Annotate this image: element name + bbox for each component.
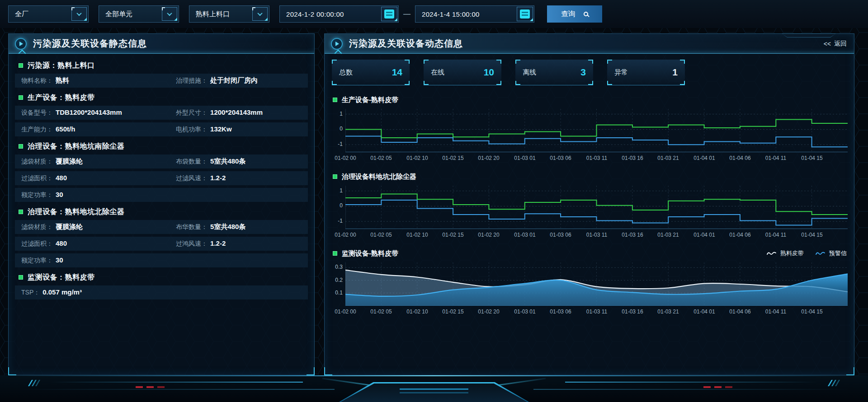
x-axis-tick-label: 01-02 10 [406, 232, 428, 238]
kv-label: 布袋数量： [176, 158, 208, 166]
kv-value: 1200*204143mm [210, 108, 263, 116]
filter-select-2[interactable]: 全部单元 [99, 5, 179, 23]
wave-line-icon [767, 251, 777, 256]
kv-cell: 生产能力：650t/h [21, 125, 176, 134]
stat-box-异常: 异常1 [607, 60, 685, 85]
stat-value: 10 [484, 67, 494, 78]
x-axis-tick-label: 01-02 15 [442, 309, 463, 315]
green-square-bullet [19, 210, 23, 214]
kv-label: 过滤面积： [21, 240, 53, 248]
stat-label: 异常 [614, 68, 628, 77]
y-axis-tick-label: 0 [332, 202, 343, 209]
x-axis-tick-label: 01-03 21 [657, 309, 679, 315]
filter-select-1[interactable]: 全厂 [8, 5, 89, 23]
back-button-label: 返回 [834, 40, 847, 48]
corner-bracket [607, 60, 612, 64]
green-square-bullet [19, 144, 23, 149]
kv-value: 处于封闭厂房内 [210, 76, 258, 85]
x-axis-labels: 01-02 0001-02 0501-02 1001-02 1501-02 20… [332, 231, 847, 239]
chevron-down-button[interactable] [252, 7, 268, 21]
query-button[interactable]: 查询 [547, 5, 602, 23]
section-heading: 治理设备：熟料地坑南除尘器 [19, 140, 308, 152]
kv-label: 布华数量： [176, 223, 208, 231]
calendar-icon [520, 9, 530, 19]
kv-cell: 过滤面积：480 [21, 239, 176, 248]
kv-label: 额定功率： [21, 257, 53, 265]
x-axis-tick-label: 01-02 00 [335, 232, 356, 238]
section-heading-label: 污染源：熟料上料口 [28, 61, 95, 70]
back-button[interactable]: << 返回 [824, 34, 847, 54]
chevron-down-button[interactable] [71, 7, 87, 21]
y-axis-tick-label: -1 [332, 141, 343, 147]
x-axis-tick-label: 01-02 20 [478, 232, 499, 238]
chart-canvas [345, 186, 848, 229]
kv-value: 覆膜涤纶 [56, 223, 83, 231]
stat-value: 1 [672, 67, 678, 78]
kv-label: 过滤风速： [176, 174, 208, 182]
chart-plot: 10-1 [332, 109, 847, 152]
section-heading-label: 监测设备：熟料皮带 [28, 273, 95, 282]
chart-canvas [345, 109, 848, 152]
search-icon [584, 12, 588, 16]
green-square-bullet [19, 63, 23, 68]
legend-item-预警信[interactable]: 预警信 [816, 249, 847, 257]
filter-select-group: 全厂全部单元熟料上料口 [8, 5, 279, 23]
y-axis-tick-label: 0.3 [332, 264, 343, 270]
charts-area: 生产设备-熟料皮带10-101-02 0001-02 0501-02 1001-… [325, 95, 854, 316]
section-heading: 生产设备：熟料皮带 [19, 92, 308, 103]
corner-bracket [515, 81, 520, 85]
filter-select-3[interactable]: 熟料上料口 [189, 5, 269, 23]
corner-bracket [496, 81, 501, 85]
corner-bracket [588, 81, 593, 85]
start-datetime-field[interactable]: 2024-1-2 00:00:00 [279, 5, 399, 23]
start-datetime-value[interactable]: 2024-1-2 00:00:00 [280, 10, 381, 18]
section-heading-label: 治理设备：熟料地坑北除尘器 [28, 207, 125, 217]
static-info-rows: 污染源：熟料上料口物料名称：熟料治理措施：处于封闭厂房内生产设备：熟料皮带设备型… [9, 54, 314, 299]
kv-label: 滤袋材质： [21, 223, 53, 231]
kv-label: 额定功率： [21, 191, 53, 199]
filter-select-value: 全部单元 [99, 10, 162, 19]
legend-item-熟料皮带[interactable]: 熟料皮带 [767, 249, 804, 257]
x-axis-tick-label: 01-03 06 [550, 155, 571, 161]
kv-label: 滤袋材质： [21, 158, 53, 166]
kv-cell: TSP：0.057 mg/m³ [21, 288, 302, 297]
corner-bracket [588, 60, 593, 64]
corner-bracket [680, 81, 685, 85]
x-axis-tick-label: 01-04 01 [693, 155, 715, 161]
x-axis-tick-label: 01-03 16 [622, 232, 643, 238]
x-axis-tick-label: 01-03 01 [514, 309, 535, 315]
play-circle-icon [331, 38, 343, 50]
table-row: 额定功率：30 [15, 253, 308, 267]
x-axis-labels: 01-02 0001-02 0501-02 1001-02 1501-02 20… [332, 308, 847, 316]
end-calendar-button[interactable] [517, 7, 533, 21]
y-axis-tick-label: -1 [332, 218, 343, 224]
kv-cell: 布华数量：5室共480条 [176, 223, 302, 231]
date-range-separator: — [403, 10, 410, 18]
kv-value: 30 [56, 191, 63, 198]
x-axis-tick-label: 01-03 21 [657, 155, 679, 161]
chart-plot: 0.30.20.1 [332, 262, 847, 306]
y-axis-tick-label: 1 [332, 187, 343, 194]
kv-cell: 过滤风速：1.2-2 [176, 174, 302, 182]
chart-title-row: 生产设备-熟料皮带 [333, 95, 847, 104]
x-axis-tick-label: 01-04 15 [801, 232, 822, 238]
kv-value: 650t/h [56, 125, 75, 133]
start-calendar-button[interactable] [381, 7, 397, 21]
kv-cell: 过滤面积：480 [21, 174, 176, 182]
x-axis-tick-label: 01-04 11 [765, 155, 786, 161]
green-square-bullet [19, 275, 23, 280]
corner-bracket [405, 60, 410, 64]
corner-bracket [607, 81, 612, 85]
table-row: 生产能力：650t/h电机功率：132Kw [15, 122, 308, 136]
x-axis-tick-label: 01-04 11 [765, 232, 786, 238]
kv-value: 132Kw [210, 125, 232, 133]
chart-legend: 熟料皮带预警信 [767, 249, 847, 257]
static-info-panel-title: 污染源及关联设备静态信息 [33, 37, 147, 50]
end-datetime-field[interactable]: 2024-1-4 15:00:00 [415, 5, 534, 23]
end-datetime-value[interactable]: 2024-1-4 15:00:00 [415, 10, 517, 18]
play-circle-icon [15, 38, 27, 50]
stat-value: 14 [392, 67, 402, 78]
chevron-down-button[interactable] [162, 7, 177, 21]
filter-select-value: 熟料上料口 [189, 10, 252, 19]
footer-line [565, 382, 818, 383]
